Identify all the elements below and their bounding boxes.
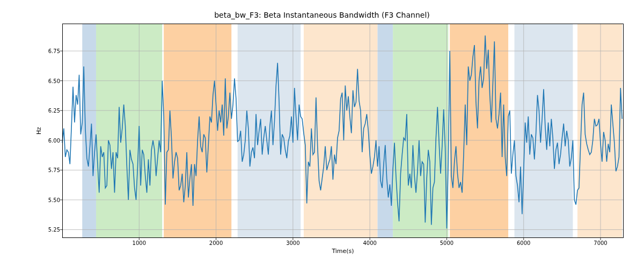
y-tick-label: 6.25 (39, 108, 60, 114)
y-tick-label: 5.25 (39, 227, 60, 233)
span-B (96, 24, 162, 238)
x-tick-label: 4000 (363, 240, 376, 246)
x-tick-label: 3000 (286, 240, 299, 246)
y-axis-label-container: Hz (39, 24, 47, 238)
y-tick-label: 6.00 (39, 137, 60, 143)
y-tick-label: 6.75 (39, 48, 60, 54)
span-A (377, 24, 393, 238)
chart-title: beta_bw_F3: Beta Instantaneous Bandwidth… (0, 11, 644, 19)
y-axis-label: Hz (35, 127, 42, 135)
span-D (238, 24, 301, 238)
x-tick-label: 1000 (133, 240, 146, 246)
x-tick-label: 7000 (594, 240, 607, 246)
span-A (82, 24, 96, 238)
span-B (393, 24, 448, 238)
span-C (450, 24, 508, 238)
span-C (164, 24, 231, 238)
plot-svg (62, 24, 624, 238)
plot-area (62, 24, 624, 238)
x-axis-label: Time(s) (62, 248, 624, 255)
x-tick-label: 6000 (517, 240, 530, 246)
y-tick-label: 5.75 (39, 167, 60, 173)
x-tick-label: 5000 (440, 240, 453, 246)
x-tick-label: 2000 (209, 240, 223, 246)
y-tick-label: 6.50 (39, 78, 60, 84)
figure: beta_bw_F3: Beta Instantaneous Bandwidth… (0, 0, 644, 268)
y-tick-label: 5.50 (39, 197, 60, 203)
